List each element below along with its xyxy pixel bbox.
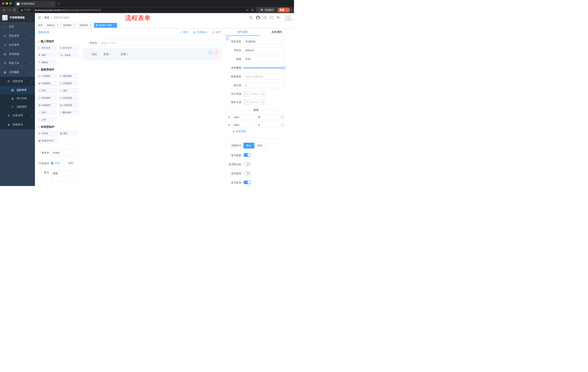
component-type-select[interactable]: 多选框组 ▾ xyxy=(243,39,284,45)
tab-close-icon[interactable]: × xyxy=(51,2,54,5)
disabled-switch[interactable] xyxy=(243,171,251,175)
close-icon[interactable]: × xyxy=(89,24,92,27)
title-input[interactable] xyxy=(243,56,284,62)
copy-component-button[interactable] xyxy=(208,51,212,55)
delete-component-button[interactable] xyxy=(214,51,219,55)
default-value-input[interactable] xyxy=(243,82,284,88)
gender-field-item-selected[interactable]: *性别 选项一 选项二 xyxy=(83,48,222,60)
palette-item-rate[interactable]: ☆评分 xyxy=(37,110,57,115)
palette-item-button[interactable]: ▣按钮 xyxy=(59,130,79,136)
palette-item-select[interactable]: ◎下拉选择 xyxy=(37,73,57,79)
sidebar-item-payment[interactable]: ¥ 支付管理 xyxy=(0,40,35,50)
fullscreen-icon[interactable] xyxy=(270,16,273,19)
option-label-input[interactable] xyxy=(231,115,255,120)
status-off-radio[interactable]: 关闭 xyxy=(64,162,73,165)
gender-option-2-checkbox[interactable]: 选项二 xyxy=(116,53,128,56)
style-default-button[interactable]: 默认 xyxy=(243,143,254,149)
clear-button[interactable]: 清空 xyxy=(212,31,221,34)
close-icon[interactable]: × xyxy=(73,24,75,27)
view-json-button[interactable]: 查看json xyxy=(193,31,207,34)
user-avatar[interactable]: ▾ xyxy=(284,14,291,21)
incognito-badge[interactable]: 无痕模式 xyxy=(258,8,276,12)
decrease-button[interactable]: − xyxy=(244,91,249,97)
palette-item-color-picker[interactable]: ◑颜色选择 xyxy=(59,110,79,115)
breadcrumb-home[interactable]: 首页 xyxy=(44,16,49,19)
show-label-switch[interactable] xyxy=(243,153,251,157)
min-select-input[interactable] xyxy=(249,91,260,97)
palette-item-date-range[interactable]: ▥日期范围 xyxy=(59,102,79,108)
password-key-icon[interactable] xyxy=(246,9,249,11)
reload-button[interactable] xyxy=(12,8,17,12)
tab-component-props[interactable]: 组件属性 xyxy=(226,28,260,36)
label-width-input[interactable] xyxy=(243,74,284,80)
palette-item-cascader[interactable]: ⋔级联选择 xyxy=(59,73,79,79)
help-icon[interactable]: ? xyxy=(263,16,266,19)
palette-item-time-range[interactable]: ◶时间范围 xyxy=(59,95,79,101)
app-logo[interactable]: 芋道管理系统 xyxy=(0,13,35,22)
form-grid-slider[interactable] xyxy=(243,65,284,71)
palette-item-counter[interactable]: 123计数器 xyxy=(59,52,79,58)
slider-track[interactable] xyxy=(243,67,284,68)
search-icon[interactable] xyxy=(249,16,252,19)
link-handle-button[interactable] xyxy=(226,37,230,41)
drawing-board[interactable]: *手机号 *性别 选项一 选项二 xyxy=(81,36,225,186)
gender-option-1-checkbox[interactable]: 选项一 xyxy=(99,53,111,56)
tab-form-props[interactable]: 表单属性 xyxy=(260,28,294,36)
option-value-input[interactable] xyxy=(256,115,280,120)
palette-item-slider[interactable]: ⊸滑块 xyxy=(59,88,79,94)
remark-textarea[interactable]: 嘿嘿 xyxy=(51,170,79,182)
palette-item-date-picker[interactable]: ▤日期选择 xyxy=(37,102,57,108)
option-value-input[interactable] xyxy=(256,122,280,128)
palette-item-single-text[interactable]: ▭单行文本 xyxy=(37,45,57,51)
close-icon[interactable]: × xyxy=(113,24,115,27)
new-tab-button[interactable]: + xyxy=(58,2,60,6)
tag-process-model[interactable]: 流程模型 × xyxy=(61,23,77,28)
slider-handle[interactable] xyxy=(283,66,286,69)
sidebar-item-devtools[interactable]: ⚒ 研发工具 xyxy=(0,59,35,68)
palette-item-multi-text[interactable]: ≣多行文本 xyxy=(59,45,79,51)
palette-item-table[interactable]: ▦表格[开发中] xyxy=(37,138,57,144)
required-switch[interactable] xyxy=(243,181,251,184)
sidebar-item-system[interactable]: ⚙ 系统管理 xyxy=(0,31,35,40)
phone-field-item[interactable]: *手机号 xyxy=(83,40,222,46)
decrease-button[interactable]: − xyxy=(244,100,249,105)
border-switch[interactable] xyxy=(243,162,251,166)
toolbar-caret-icon[interactable]: ▾ xyxy=(291,9,292,11)
increase-button[interactable]: + xyxy=(260,91,265,97)
palette-item-checkbox-group[interactable]: ☑多选框组 xyxy=(59,80,79,86)
zoom-window-button[interactable] xyxy=(10,2,12,5)
drag-handle-icon[interactable] xyxy=(228,124,231,127)
palette-item-editor[interactable]: ✎编辑器 xyxy=(37,60,57,65)
minimize-window-button[interactable] xyxy=(6,2,8,5)
back-button[interactable] xyxy=(2,8,7,12)
address-bar[interactable]: 不安全 dashboard.yudao.iocoder.cn /bpm/mana… xyxy=(19,8,256,12)
update-chrome-button[interactable]: 更新 ⋮ xyxy=(278,8,290,12)
remove-option-button[interactable]: − xyxy=(281,123,284,127)
sidebar-item-leave-query[interactable]: ♟ 请假查询 xyxy=(0,120,35,129)
palette-item-radio-group[interactable]: ◉单选框组 xyxy=(37,80,57,86)
increase-button[interactable]: + xyxy=(260,100,265,105)
palette-item-upload[interactable]: ⇧上传 xyxy=(37,117,57,123)
sidebar-item-home[interactable]: ⌂ 首页 xyxy=(0,22,35,31)
sidebar-item-infrastructure[interactable]: ▤ 基础设施 xyxy=(0,50,35,59)
close-window-button[interactable] xyxy=(2,2,4,5)
font-size-icon[interactable]: TT xyxy=(277,16,280,19)
form-name-input[interactable] xyxy=(51,149,79,156)
drag-handle-icon[interactable] xyxy=(228,116,231,119)
bookmark-star-icon[interactable] xyxy=(251,9,254,11)
browser-tab[interactable]: 芋道管理系统 × xyxy=(15,1,56,7)
sidebar-item-process-management[interactable]: ☰ 流程管理 xyxy=(0,77,35,86)
remove-option-button[interactable]: − xyxy=(281,116,284,119)
palette-item-password[interactable]: ✱密码 xyxy=(37,52,57,58)
close-icon[interactable]: × xyxy=(56,24,59,27)
max-select-input[interactable] xyxy=(249,100,260,105)
sidebar-item-user-group[interactable]: ☻ 用户分组 xyxy=(0,94,35,103)
status-on-radio[interactable]: 开启 xyxy=(51,162,60,165)
sidebar-item-workflow[interactable]: ▣ 工作流程 xyxy=(0,68,35,77)
style-button-button[interactable]: 按钮 xyxy=(254,143,265,149)
sidebar-item-process-form[interactable]: ▤ 流程表单 xyxy=(0,86,35,94)
field-name-input[interactable] xyxy=(243,47,284,53)
github-icon[interactable] xyxy=(256,16,260,20)
hamburger-icon[interactable] xyxy=(38,16,41,20)
palette-item-switch[interactable]: ⊙开关 xyxy=(37,88,57,94)
